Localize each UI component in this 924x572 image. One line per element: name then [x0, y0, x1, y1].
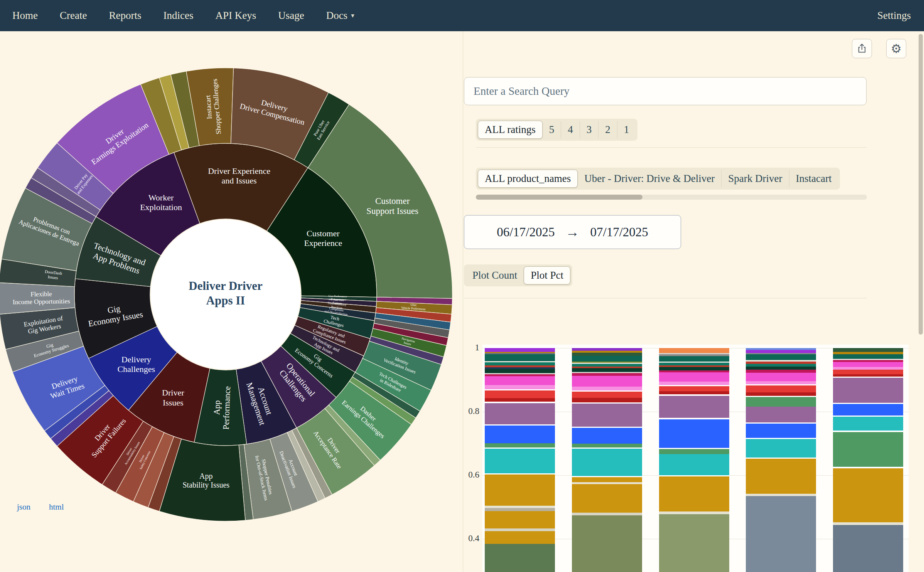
bar-segment — [833, 525, 903, 572]
bar-segment — [659, 356, 729, 361]
bar-segment — [572, 449, 642, 476]
nav-item-usage[interactable]: Usage — [278, 10, 304, 22]
share-button[interactable] — [852, 39, 872, 58]
bar-segment — [572, 444, 642, 448]
bar-segment — [485, 376, 555, 385]
horizontal-scrollbar[interactable] — [476, 195, 867, 200]
bar-segment — [485, 449, 555, 473]
bar-segment — [572, 398, 642, 402]
bar-segment — [572, 428, 642, 444]
bar-segment — [572, 356, 642, 362]
sunburst-label: DeliveryChallenges — [117, 355, 155, 374]
vertical-scrollbar-thumb[interactable] — [919, 34, 923, 335]
bar-segment — [746, 354, 816, 360]
date-range-end[interactable]: 07/17/2025 — [590, 225, 648, 239]
stacked-bar-5[interactable] — [833, 348, 903, 572]
sunburst-label: CustomerExperience — [304, 229, 342, 248]
stacked-bar-2[interactable] — [572, 348, 642, 572]
nav-item-docs[interactable]: Docs▾ — [326, 10, 354, 22]
bar-segment — [746, 397, 816, 407]
bar-segment — [659, 419, 729, 448]
y-axis-tick: 0.6 — [463, 470, 479, 480]
bar-segment — [485, 531, 555, 544]
bar-segment — [485, 426, 555, 443]
product-tab-all-product-names[interactable]: ALL product_names — [478, 170, 578, 188]
bar-segment — [572, 348, 642, 351]
stacked-bar-4[interactable] — [746, 348, 816, 572]
bar-segment — [746, 364, 816, 367]
y-axis-tick: 0.4 — [463, 533, 479, 543]
bar-segment — [833, 370, 903, 374]
rating-tab-2[interactable]: 2 — [598, 121, 617, 138]
bar-segment — [485, 508, 555, 511]
export-links: json html — [17, 502, 64, 512]
bar-segment — [746, 362, 816, 364]
bar-segment — [659, 511, 729, 514]
plot-area[interactable] — [482, 345, 909, 572]
rating-tab-3[interactable]: 3 — [580, 121, 599, 138]
horizontal-scrollbar-thumb[interactable] — [476, 195, 642, 200]
bar-segment — [659, 514, 729, 572]
product-tab-uber-driver-drive-deliver[interactable]: Uber - Driver: Drive & Deliver — [578, 170, 721, 187]
stacked-bar-chart: 10.80.60.4 — [463, 345, 924, 572]
bar-segment — [833, 522, 903, 525]
bar-segment — [572, 477, 642, 482]
search-input[interactable] — [464, 77, 867, 105]
product-tab-spark-driver[interactable]: Spark Driver — [721, 170, 789, 187]
bar-segment — [485, 385, 555, 389]
bar-segment — [572, 373, 642, 376]
nav-item-settings[interactable]: Settings — [877, 10, 924, 22]
divider — [476, 147, 867, 148]
rating-tab-1[interactable]: 1 — [617, 121, 636, 138]
nav-item-create[interactable]: Create — [60, 10, 87, 22]
bar-segment — [485, 390, 555, 398]
plot-tab-plot-count[interactable]: Plot Count — [466, 267, 524, 284]
bar-segment — [659, 382, 729, 385]
bar-segment — [833, 432, 903, 467]
plot-tab-plot-pct[interactable]: Plot Pct — [524, 266, 570, 284]
bar-segment — [485, 544, 555, 572]
divider — [464, 298, 867, 298]
sunburst-chart[interactable]: Deliver DriverApps IIDriver Experiencean… — [0, 63, 457, 526]
date-range-start[interactable]: 06/17/2025 — [497, 225, 555, 239]
bar-segment — [572, 387, 642, 390]
bar-segment — [746, 496, 816, 572]
bar-segment — [833, 354, 903, 359]
bar-segment — [833, 367, 903, 370]
bar-segment — [572, 404, 642, 426]
bar-segment — [572, 376, 642, 387]
rating-tab-all-ratings[interactable]: ALL ratings — [478, 121, 543, 139]
nav-item-home[interactable]: Home — [12, 10, 38, 22]
bar-segment — [746, 424, 816, 437]
bar-segment — [572, 353, 642, 356]
bar-segment — [659, 396, 729, 418]
nav-item-api-keys[interactable]: API Keys — [215, 10, 256, 22]
bar-segment — [485, 403, 555, 424]
stacked-bar-1[interactable] — [485, 348, 555, 572]
bar-segment — [485, 474, 555, 506]
product-tab-instacart[interactable]: Instacart — [789, 170, 838, 187]
rating-tab-4[interactable]: 4 — [561, 121, 580, 138]
bar-segment — [746, 370, 816, 373]
top-navbar: HomeCreateReportsIndicesAPI KeysUsageDoc… — [0, 0, 924, 31]
html-link[interactable]: html — [49, 502, 64, 512]
y-axis-tick: 0.8 — [463, 406, 479, 416]
bar-segment — [572, 364, 642, 367]
share-icon — [857, 43, 867, 55]
rating-tab-5[interactable]: 5 — [543, 121, 561, 138]
json-link[interactable]: json — [17, 502, 30, 512]
bar-segment — [746, 373, 816, 381]
stacked-bar-3[interactable] — [659, 348, 729, 572]
date-range-picker[interactable]: 06/17/2025 → 07/17/2025 — [464, 215, 681, 249]
gear-icon: ⚙ — [891, 42, 902, 56]
bar-segment — [659, 386, 729, 391]
bar-segment — [659, 476, 729, 511]
nav-item-indices[interactable]: Indices — [163, 10, 193, 22]
bar-segment — [659, 363, 729, 365]
nav-item-reports[interactable]: Reports — [109, 10, 141, 22]
bar-segment — [833, 362, 903, 367]
bar-segment — [746, 350, 816, 353]
bar-segment — [659, 372, 729, 382]
settings-button[interactable]: ⚙ — [886, 39, 906, 58]
bar-segment — [572, 484, 642, 513]
